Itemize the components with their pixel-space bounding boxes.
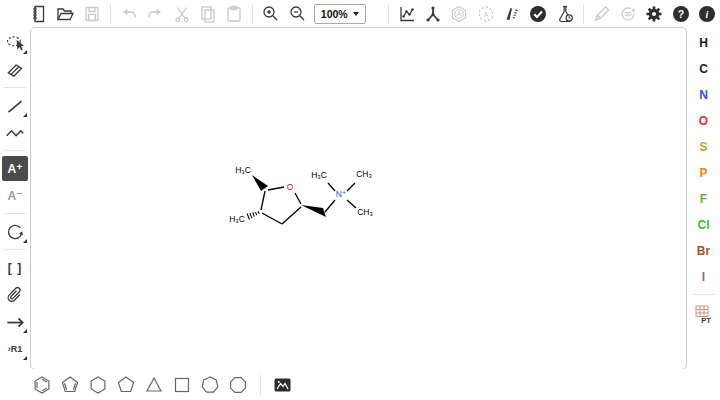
element-cl-button[interactable]: Cl: [692, 214, 716, 236]
zoom-out-button[interactable]: [287, 2, 309, 26]
toolbar-separator: [4, 249, 26, 250]
charge-plus-label: A⁺: [8, 162, 23, 176]
reaction-arrow-tool[interactable]: [2, 309, 28, 334]
rgroup-label: ›R1: [8, 344, 23, 354]
bottom-template-toolbar: [0, 369, 720, 400]
save-icon: [82, 4, 102, 24]
template-cyclobutane-button[interactable]: [169, 372, 195, 398]
atom-label[interactable]: H₃C: [229, 214, 245, 224]
template-cyclopentane-button[interactable]: [113, 372, 139, 398]
settings-button[interactable]: [643, 2, 665, 26]
save-button[interactable]: [81, 2, 103, 26]
element-h-button[interactable]: H: [692, 32, 716, 54]
template-benzene-button[interactable]: [29, 372, 55, 398]
rotate-tool[interactable]: [2, 219, 28, 244]
element-n-label: N: [699, 88, 708, 102]
3d-viewer-icon: 3D: [618, 4, 638, 24]
cyclopentadiene-icon: [59, 374, 81, 396]
zoom-in-icon: [261, 4, 281, 24]
benzene-icon: [31, 374, 53, 396]
element-o-label: O: [699, 114, 708, 128]
clean-up-icon: [423, 4, 443, 24]
atom-label[interactable]: H₃C: [235, 165, 251, 175]
single-bond-tool[interactable]: [2, 93, 28, 118]
atom-label[interactable]: N⁺: [336, 189, 347, 199]
calculate-cip-button[interactable]: [501, 2, 523, 26]
charge-plus-tool[interactable]: A⁺: [2, 156, 28, 181]
paste-clipboard-icon: [224, 4, 244, 24]
lasso-select-icon: [4, 32, 26, 54]
periodic-table-button[interactable]: PT: [692, 301, 716, 327]
rotate-icon: [4, 221, 26, 243]
template-cyclohexane-button[interactable]: [85, 372, 111, 398]
svg-text:?: ?: [677, 8, 683, 20]
element-p-button[interactable]: P: [692, 162, 716, 184]
zoom-in-button[interactable]: [260, 2, 282, 26]
layout-button[interactable]: [396, 2, 418, 26]
atom-label[interactable]: CH₃: [356, 169, 372, 179]
copy-icon: [198, 4, 218, 24]
caret-down-icon: [353, 12, 359, 16]
select-lasso-tool[interactable]: [2, 30, 28, 55]
stereo-wedge-icon: [502, 4, 522, 24]
svg-text:PT: PT: [701, 316, 711, 325]
template-cyclopentadiene-button[interactable]: [57, 372, 83, 398]
paste-button[interactable]: [223, 2, 245, 26]
new-document-button[interactable]: [28, 2, 50, 26]
paperclip-icon: [4, 284, 26, 306]
svg-text:3D: 3D: [625, 11, 632, 17]
cut-button[interactable]: [170, 2, 192, 26]
element-s-button[interactable]: S: [692, 136, 716, 158]
zoom-level-dropdown[interactable]: 100%: [314, 4, 366, 24]
check-structure-button[interactable]: [527, 2, 549, 26]
about-button[interactable]: i: [696, 2, 718, 26]
toolbar-separator: [693, 294, 715, 295]
toolbar-separator: [4, 150, 26, 151]
layout-icon: [397, 4, 417, 24]
erase-tool[interactable]: [2, 57, 28, 82]
element-i-label: I: [702, 270, 705, 284]
arrow-right-icon: [4, 311, 26, 333]
chain-tool[interactable]: [2, 120, 28, 145]
cyclobutane-icon: [171, 374, 193, 396]
left-toolbar: A⁺ A⁻ [ ] ›R1: [0, 29, 30, 362]
atom-label[interactable]: CH₃: [357, 207, 373, 217]
element-s-label: S: [699, 140, 707, 154]
clean-up-button[interactable]: [422, 2, 444, 26]
element-br-button[interactable]: Br: [692, 240, 716, 262]
template-cyclopropane-button[interactable]: [141, 372, 167, 398]
rgroup-tool[interactable]: ›R1: [2, 336, 28, 361]
template-library-icon: [272, 374, 294, 396]
aromatize-button[interactable]: A: [448, 2, 470, 26]
calculated-values-button[interactable]: [553, 2, 575, 26]
sgroup-tool[interactable]: [ ]: [2, 255, 28, 280]
element-n-button[interactable]: N: [692, 84, 716, 106]
element-cl-label: Cl: [698, 218, 710, 232]
undo-button[interactable]: [118, 2, 140, 26]
element-o-button[interactable]: O: [692, 110, 716, 132]
atom-label[interactable]: H₃C: [311, 170, 327, 180]
charge-minus-tool[interactable]: A⁻: [2, 183, 28, 208]
help-icon: ?: [671, 4, 691, 24]
svg-text:A: A: [483, 11, 488, 18]
dearomatize-button[interactable]: A: [474, 2, 496, 26]
template-library-button[interactable]: [270, 372, 296, 398]
open-button[interactable]: [54, 2, 76, 26]
eraser-icon: [4, 59, 26, 81]
drawing-canvas[interactable]: H₃COH₃CH₃CCH₃N⁺CH₃: [30, 27, 687, 370]
recognize-button[interactable]: [591, 2, 613, 26]
cut-scissors-icon: [172, 4, 192, 24]
miew-3d-viewer-button[interactable]: 3D: [617, 2, 639, 26]
copy-button[interactable]: [197, 2, 219, 26]
attach-tool[interactable]: [2, 282, 28, 307]
charge-minus-label: A⁻: [8, 189, 23, 203]
template-cyclooctane-button[interactable]: [225, 372, 251, 398]
help-button[interactable]: ?: [669, 2, 691, 26]
atom-label[interactable]: O: [287, 182, 294, 192]
element-f-button[interactable]: F: [692, 188, 716, 210]
element-i-button[interactable]: I: [692, 266, 716, 288]
template-cycloheptane-button[interactable]: [197, 372, 223, 398]
element-c-button[interactable]: C: [692, 58, 716, 80]
sgroup-brackets-label: [ ]: [8, 261, 22, 275]
redo-button[interactable]: [144, 2, 166, 26]
